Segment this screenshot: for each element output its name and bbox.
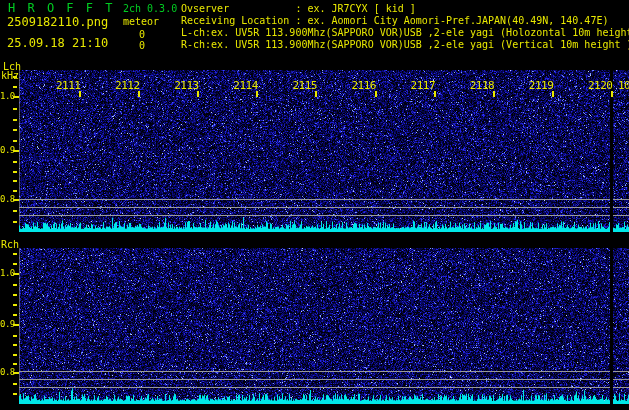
time-axis-label: 2115 <box>292 80 317 92</box>
lch-freq-tick-label: 0.9 <box>0 146 15 156</box>
meteor-count-long: 0 <box>139 29 145 40</box>
lch-freq-tick-label: 1.0 <box>0 92 15 102</box>
time-axis-label-partial: 10 <box>618 80 629 92</box>
time-axis-label: 2111 <box>56 80 81 92</box>
rch-receiver-info-line: R-ch:ex. UV5R 113.900Mhz(SAPPORO VOR)USB… <box>181 39 629 50</box>
frequency-unit-label: kHz <box>1 70 19 81</box>
time-axis-label: 2120 <box>588 80 613 92</box>
rch-freq-tick-label: 0.9 <box>0 320 15 330</box>
app-version: 2ch 0.3.0 <box>123 3 177 14</box>
time-axis-label: 2113 <box>174 80 199 92</box>
rch-panel-label: Rch <box>1 239 19 250</box>
time-axis-label: 2117 <box>411 80 436 92</box>
spectrogram-canvas <box>0 0 629 410</box>
rch-freq-tick-label: 0.8 <box>0 368 15 378</box>
output-filename: 2509182110.png <box>7 16 108 29</box>
lch-receiver-info-line: L-ch:ex. UV5R 113.900Mhz(SAPPORO VOR)USB… <box>181 27 629 38</box>
time-axis-label: 2116 <box>352 80 377 92</box>
hrofft-window: H R O F F T 2ch 0.3.0 2509182110.png met… <box>0 0 629 410</box>
time-axis-label: 2114 <box>233 80 258 92</box>
app-title: H R O F F T <box>8 2 115 15</box>
lch-freq-tick-label: 0.8 <box>0 195 15 205</box>
time-axis-label: 2119 <box>529 80 554 92</box>
rch-freq-tick-label: 1.0 <box>0 269 15 279</box>
capture-datetime: 25.09.18 21:10 <box>7 37 108 50</box>
location-info-line: Receiving Location : ex. Aomori City Aom… <box>181 15 608 26</box>
mode-label: meteor <box>123 16 159 27</box>
time-axis-label: 2118 <box>470 80 495 92</box>
time-axis-label: 2112 <box>115 80 140 92</box>
observer-info-line: Ovserver : ex. JR7CYX [ kid ] <box>181 3 416 14</box>
meteor-count-short: 0 <box>139 40 145 51</box>
